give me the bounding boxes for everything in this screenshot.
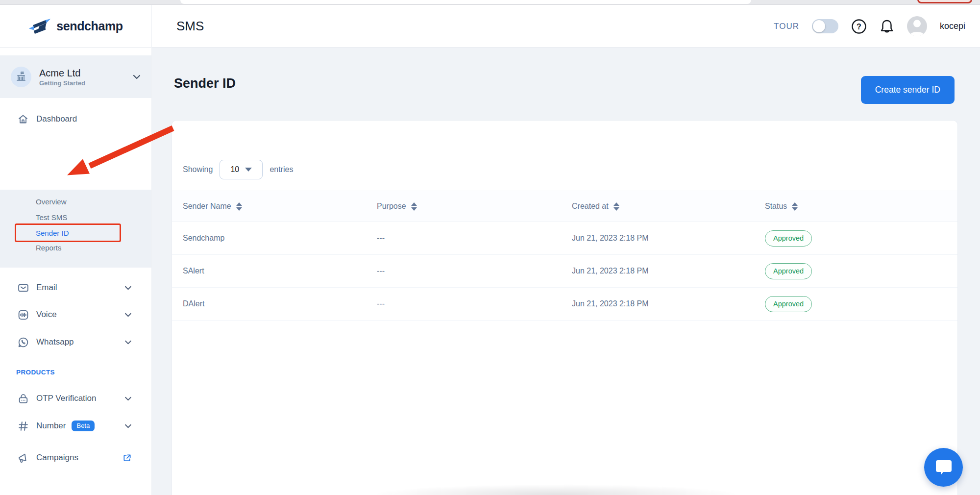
brand-name: sendchamp [56, 19, 122, 33]
chevron-down-icon [124, 340, 132, 345]
status-badge: Approved [765, 296, 812, 312]
column-header-status[interactable]: Status [765, 202, 947, 211]
chevron-down-icon [133, 74, 141, 79]
sidebar-item-otp-verification[interactable]: OTP Verification [0, 390, 151, 407]
sidebar-item-dashboard[interactable]: Dashboard [0, 110, 151, 128]
brand-logo[interactable]: sendchamp [0, 5, 152, 48]
submenu-item-overview[interactable]: Overview [36, 194, 67, 209]
sms-submenu: Overview Test SMS Sender ID Reports [0, 190, 151, 268]
sort-icon [236, 202, 242, 211]
sort-icon [411, 202, 417, 211]
external-link-icon [122, 453, 132, 463]
status-badge: Approved [765, 230, 812, 247]
notifications-bell-icon[interactable] [880, 19, 894, 34]
chevron-down-icon [124, 313, 132, 317]
sidebar-item-label: Campaigns [36, 453, 78, 463]
create-sender-id-button[interactable]: Create sender ID [861, 76, 955, 104]
hash-icon [17, 420, 29, 432]
page-title: SMS [176, 5, 204, 48]
sidebar-item-campaigns[interactable]: Campaigns [0, 449, 151, 467]
workspace-switcher[interactable]: Acme Ltd Getting Started [0, 55, 151, 98]
page-size-value: 10 [230, 165, 239, 174]
main-content: Sender ID Create sender ID Showing 10 en… [152, 48, 980, 495]
chat-bubble-icon [935, 459, 953, 476]
browser-record-button [917, 0, 972, 3]
column-header-purpose[interactable]: Purpose [377, 202, 572, 211]
tour-label: TOUR [774, 22, 799, 31]
sidebar-item-voice[interactable]: Voice [0, 306, 151, 323]
user-avatar[interactable] [907, 16, 927, 36]
sidebar-item-label: Whatsapp [36, 337, 74, 347]
cell-purpose: --- [377, 267, 572, 275]
cell-sender-name: SAlert [183, 267, 377, 275]
table-header-row: Sender Name Purpose Created at Status [172, 191, 957, 222]
sidebar-item-label: OTP Verification [36, 394, 97, 403]
tour-toggle[interactable] [812, 19, 838, 33]
lock-icon [17, 393, 29, 405]
voice-icon [17, 309, 29, 321]
sidebar-item-label: Dashboard [36, 114, 77, 124]
workspace-name: Acme Ltd [39, 67, 85, 79]
browser-chrome-strip [0, 0, 980, 5]
cell-created-at: Jun 21, 2023 2:18 PM [572, 234, 765, 243]
column-header-created-at[interactable]: Created at [572, 202, 765, 211]
table-row[interactable]: DAlert --- Jun 21, 2023 2:18 PM Approved [172, 288, 957, 321]
sidebar-item-label: Number [36, 421, 66, 431]
status-badge: Approved [765, 263, 812, 279]
cell-created-at: Jun 21, 2023 2:18 PM [572, 267, 765, 275]
page-heading: Sender ID [174, 76, 236, 91]
cell-sender-name: Sendchamp [183, 234, 377, 243]
submenu-item-test-sms[interactable]: Test SMS [36, 210, 67, 224]
showing-label: Showing [183, 165, 213, 174]
whatsapp-icon [17, 336, 29, 348]
cell-created-at: Jun 21, 2023 2:18 PM [572, 299, 765, 308]
beta-badge: Beta [72, 421, 95, 431]
sidebar-item-label: Email [36, 283, 57, 293]
username-label[interactable]: kocepi [940, 21, 965, 31]
cell-purpose: --- [377, 234, 572, 243]
chat-widget-button[interactable] [924, 448, 963, 487]
column-header-sender-name[interactable]: Sender Name [183, 202, 377, 211]
sender-id-table-card: Showing 10 entries Sender Name Purpose C… [172, 120, 958, 495]
sidebar-item-email[interactable]: Email [0, 279, 151, 297]
sidebar-section-products: PRODUCTS [16, 369, 55, 376]
home-icon [17, 113, 29, 125]
browser-address-bar [180, 0, 751, 4]
megaphone-icon [17, 452, 29, 464]
help-icon[interactable]: ? [851, 19, 867, 34]
workspace-subtitle: Getting Started [39, 79, 85, 87]
chevron-down-icon [124, 396, 132, 401]
sendchamp-logo-icon [28, 18, 51, 35]
tour-toggle-knob [813, 20, 825, 32]
workspace-avatar [11, 67, 31, 87]
chevron-down-icon [124, 286, 132, 290]
page-size-select[interactable]: 10 [220, 160, 263, 179]
email-icon [17, 282, 29, 294]
table-row[interactable]: SAlert --- Jun 21, 2023 2:18 PM Approved [172, 255, 957, 288]
cell-purpose: --- [377, 299, 572, 308]
building-icon [15, 71, 27, 83]
caret-down-icon [245, 168, 252, 172]
sidebar-item-label: Voice [36, 310, 57, 320]
sidebar-nav: Acme Ltd Getting Started Dashboard CHANN… [0, 48, 152, 495]
chevron-down-icon [124, 424, 132, 428]
sort-icon [613, 202, 619, 211]
submenu-item-reports[interactable]: Reports [36, 240, 62, 255]
sort-icon [792, 202, 798, 211]
table-row[interactable]: Sendchamp --- Jun 21, 2023 2:18 PM Appro… [172, 222, 957, 255]
avatar-person-icon [907, 16, 927, 36]
svg-text:?: ? [857, 22, 861, 30]
sidebar-item-whatsapp[interactable]: Whatsapp [0, 333, 151, 351]
cell-sender-name: DAlert [183, 299, 377, 308]
submenu-item-sender-id[interactable]: Sender ID [36, 225, 69, 240]
entries-label: entries [270, 165, 293, 174]
sidebar-item-number[interactable]: Number Beta [0, 417, 151, 435]
top-header: sendchamp SMS TOUR ? kocepi [0, 5, 980, 48]
